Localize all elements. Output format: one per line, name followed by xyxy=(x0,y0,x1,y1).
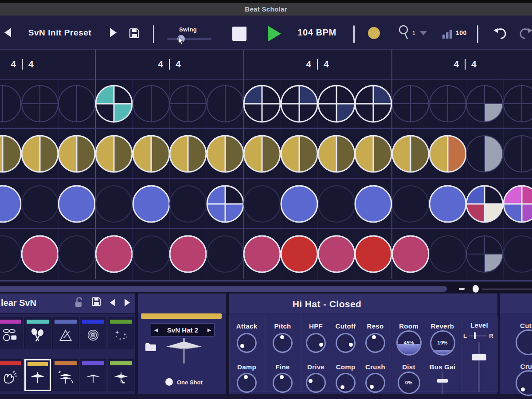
level-fader-thumb[interactable] xyxy=(472,354,486,360)
library-prev-icon[interactable] xyxy=(110,299,116,306)
pan-slider[interactable] xyxy=(469,335,487,336)
beat-cell[interactable] xyxy=(0,184,22,223)
beat-cell[interactable] xyxy=(168,84,207,123)
pan-slider-thumb[interactable] xyxy=(474,332,476,339)
beat-cell[interactable] xyxy=(354,235,393,274)
zoom-dropdown-icon[interactable] xyxy=(419,31,427,36)
knob-reso[interactable] xyxy=(365,333,385,353)
knob-drive[interactable] xyxy=(306,373,326,393)
library-pad-target[interactable] xyxy=(80,317,106,349)
time-signature-measure-4[interactable]: 44 xyxy=(454,59,476,70)
knob-room[interactable]: 45% xyxy=(396,330,422,356)
beat-cell[interactable] xyxy=(280,235,319,274)
beat-cell[interactable] xyxy=(317,134,356,173)
beat-cell[interactable] xyxy=(391,84,430,123)
beat-cell[interactable] xyxy=(168,184,207,223)
knob-dist[interactable]: 0% xyxy=(398,372,420,394)
stop-button[interactable] xyxy=(232,27,246,41)
beat-cell[interactable] xyxy=(206,134,245,173)
beat-cell[interactable] xyxy=(465,235,504,274)
beat-cell[interactable] xyxy=(391,184,430,223)
library-pad-ride[interactable] xyxy=(108,359,134,391)
lock-open-icon[interactable] xyxy=(72,296,85,309)
beat-cell[interactable] xyxy=(243,184,282,223)
beat-cell[interactable] xyxy=(20,184,59,223)
beat-cell[interactable] xyxy=(428,235,467,274)
library-save-icon[interactable] xyxy=(91,297,102,307)
bus-gai-slider-track[interactable] xyxy=(442,372,443,394)
beat-cell[interactable] xyxy=(206,235,245,274)
beat-cell[interactable] xyxy=(354,84,393,123)
metronome-indicator[interactable] xyxy=(368,27,380,39)
knob-crush[interactable] xyxy=(365,373,385,393)
time-signature-measure-3[interactable]: 44 xyxy=(306,59,329,70)
beat-cell[interactable] xyxy=(132,184,171,223)
preset-next-icon[interactable] xyxy=(109,28,117,37)
beat-cell[interactable] xyxy=(206,184,245,223)
beat-cell[interactable] xyxy=(280,84,319,123)
beat-cell[interactable] xyxy=(280,134,319,173)
beat-cell[interactable] xyxy=(428,84,467,123)
beat-cell[interactable] xyxy=(20,235,59,274)
beat-cell[interactable] xyxy=(168,134,207,173)
knob-hpf[interactable] xyxy=(306,333,326,353)
library-next-icon[interactable] xyxy=(124,299,130,306)
beat-cell[interactable] xyxy=(20,84,59,123)
beat-cell[interactable] xyxy=(391,134,430,173)
beat-cell[interactable] xyxy=(317,235,356,274)
library-pad-hihat-open[interactable] xyxy=(52,359,79,391)
knob-cutoff[interactable] xyxy=(336,333,356,353)
beat-cell[interactable] xyxy=(94,235,133,274)
folder-icon[interactable] xyxy=(145,341,157,352)
timeline-scrollbar[interactable] xyxy=(0,286,447,292)
beat-cell[interactable] xyxy=(0,235,22,274)
beat-cell[interactable] xyxy=(465,134,504,173)
save-icon[interactable] xyxy=(129,27,140,39)
beat-cell[interactable] xyxy=(502,134,532,173)
zoom-out-dash[interactable] xyxy=(459,288,465,290)
knob-pitch[interactable] xyxy=(273,333,293,353)
zoom-magnifier-icon[interactable] xyxy=(398,24,410,40)
library-pad-hihat-closed[interactable] xyxy=(24,359,51,391)
beat-cell[interactable] xyxy=(57,134,96,173)
volume-bars-icon[interactable] xyxy=(442,28,454,39)
library-pad-crash[interactable] xyxy=(80,359,106,391)
library-pad-triangle[interactable] xyxy=(52,317,79,349)
time-signature-measure-2[interactable]: 44 xyxy=(158,59,180,70)
library-pad-drumkit[interactable] xyxy=(0,317,23,349)
redo-icon[interactable] xyxy=(519,27,532,40)
beat-cell[interactable] xyxy=(168,235,207,274)
beat-cell[interactable] xyxy=(132,84,171,123)
preset-prev-icon[interactable] xyxy=(4,28,12,37)
library-pad-sparkles[interactable] xyxy=(108,317,134,349)
beat-cell[interactable] xyxy=(428,134,467,173)
beat-cell[interactable] xyxy=(243,84,282,123)
timeline-zoom-thumb[interactable] xyxy=(473,285,479,293)
beat-cell[interactable] xyxy=(502,184,532,223)
level-fader-track[interactable] xyxy=(478,342,480,392)
time-signature-measure-1[interactable]: 44 xyxy=(11,59,33,70)
library-pad-clap[interactable] xyxy=(0,359,23,391)
beat-cell[interactable] xyxy=(57,184,96,223)
beat-cell[interactable] xyxy=(0,84,22,123)
knob-comp[interactable] xyxy=(336,373,356,393)
knob-fine[interactable] xyxy=(273,373,293,393)
preset-name[interactable]: SvN Init Preset xyxy=(22,28,98,38)
beat-cell[interactable] xyxy=(317,184,356,223)
bus-gai-slider-thumb[interactable] xyxy=(437,379,448,383)
beat-cell[interactable] xyxy=(243,235,282,274)
beat-cell[interactable] xyxy=(354,134,393,173)
undo-icon[interactable] xyxy=(493,27,507,40)
beat-cell[interactable] xyxy=(132,235,171,274)
beat-cell[interactable] xyxy=(94,134,133,173)
beat-cell[interactable] xyxy=(465,84,504,123)
beat-cell[interactable] xyxy=(94,184,133,223)
beat-cell[interactable] xyxy=(243,134,282,173)
beat-cell[interactable] xyxy=(354,184,393,223)
beat-cell[interactable] xyxy=(280,184,319,223)
beat-cell[interactable] xyxy=(465,184,504,223)
beat-cell[interactable] xyxy=(502,84,532,123)
swing-slider[interactable] xyxy=(167,38,211,40)
beat-cell[interactable] xyxy=(57,235,96,274)
one-shot-toggle[interactable] xyxy=(165,378,173,386)
